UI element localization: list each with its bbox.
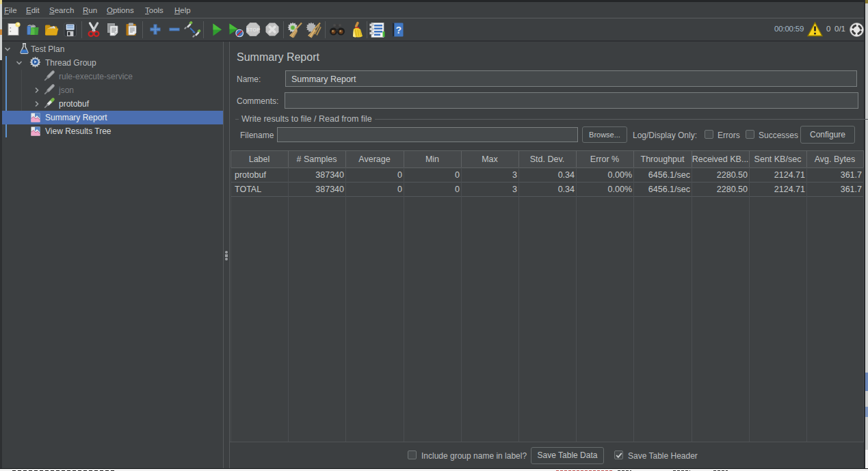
- svg-text:STOP: STOP: [246, 27, 260, 33]
- svg-text:?: ?: [396, 25, 402, 36]
